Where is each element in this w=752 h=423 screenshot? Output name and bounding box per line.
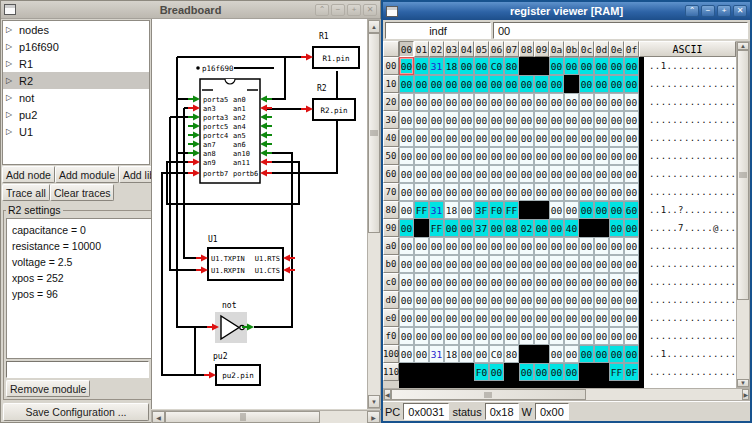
ram-cell-c0-8[interactable]: 00	[519, 273, 534, 291]
ram-cell-b0-15[interactable]: 00	[624, 255, 639, 273]
column-header-0e[interactable]: 0e	[609, 41, 624, 57]
ram-cell-90-1[interactable]	[414, 219, 429, 237]
column-header-04[interactable]: 04	[459, 41, 474, 57]
expander-icon[interactable]: ▷	[6, 110, 14, 119]
row-label[interactable]: 00	[383, 57, 399, 75]
ram-cell-a0-8[interactable]: 00	[519, 237, 534, 255]
ram-cell-110-3[interactable]	[444, 363, 459, 381]
ram-cell-50-9[interactable]: 00	[534, 147, 549, 165]
ram-cell-e0-13[interactable]: 00	[594, 309, 609, 327]
ram-cell-a0-4[interactable]: 00	[459, 237, 474, 255]
row-label[interactable]: 50	[383, 147, 399, 165]
ram-cell-30-0[interactable]: 00	[399, 111, 414, 129]
ram-cell-60-15[interactable]: 00	[624, 165, 639, 183]
ram-cell-00-13[interactable]: 00	[594, 57, 609, 75]
pin-label-portc5[interactable]: portc5	[203, 123, 228, 131]
shade-button[interactable]: ⌃	[685, 5, 699, 17]
ram-cell-90-4[interactable]: 00	[459, 219, 474, 237]
ram-cell-110-10[interactable]: 00	[549, 363, 564, 381]
ram-cell-110-4[interactable]	[459, 363, 474, 381]
pin-label-portb7[interactable]: portb7	[203, 170, 228, 178]
ram-cell-a0-14[interactable]: 00	[609, 237, 624, 255]
ram-cell-110-2[interactable]	[429, 363, 444, 381]
close-button[interactable]: ✕	[733, 5, 747, 17]
ram-cell-e0-5[interactable]: 00	[474, 309, 489, 327]
ram-cell-c0-12[interactable]: 00	[579, 273, 594, 291]
ram-cell-70-6[interactable]: 00	[489, 183, 504, 201]
ram-cell-f0-7[interactable]: 00	[504, 327, 519, 345]
ram-cell-60-8[interactable]: 00	[519, 165, 534, 183]
ram-cell-40-4[interactable]: 00	[459, 129, 474, 147]
ram-cell-f0-2[interactable]: 00	[429, 327, 444, 345]
row-label[interactable]: 10	[383, 75, 399, 93]
ram-cell-f0-8[interactable]: 00	[519, 327, 534, 345]
ram-cell-d0-4[interactable]: 00	[459, 291, 474, 309]
ram-cell-100-10[interactable]: 00	[549, 345, 564, 363]
row-label[interactable]: 70	[383, 183, 399, 201]
ram-cell-80-15[interactable]: 60	[624, 201, 639, 219]
ram-cell-30-3[interactable]: 00	[444, 111, 459, 129]
ram-cell-80-5[interactable]: 3F	[474, 201, 489, 219]
scroll-thumb[interactable]	[165, 411, 320, 423]
ram-cell-70-12[interactable]: 00	[579, 183, 594, 201]
ram-cell-40-6[interactable]: 00	[489, 129, 504, 147]
ram-cell-e0-15[interactable]: 00	[624, 309, 639, 327]
canvas-horizontal-scrollbar[interactable]: ◀ ▶	[151, 410, 381, 423]
ram-cell-90-7[interactable]: 08	[504, 219, 519, 237]
ram-cell-00-0[interactable]: 00	[399, 57, 414, 75]
ram-cell-40-9[interactable]: 00	[534, 129, 549, 147]
ram-cell-00-11[interactable]: 00	[564, 57, 579, 75]
ram-cell-b0-3[interactable]: 00	[444, 255, 459, 273]
ram-cell-110-9[interactable]: 00	[534, 363, 549, 381]
column-header-09[interactable]: 09	[534, 41, 549, 57]
module-tree[interactable]: ▷nodes▷p16f690▷R1▷R2▷not▷pu2▷U1	[2, 20, 150, 165]
ram-cell-20-3[interactable]: 00	[444, 93, 459, 111]
ram-cell-b0-4[interactable]: 00	[459, 255, 474, 273]
ram-cell-110-1[interactable]	[414, 363, 429, 381]
scroll-down-button[interactable]: ▼	[737, 379, 749, 387]
ram-cell-d0-8[interactable]: 00	[519, 291, 534, 309]
pin-label-an10[interactable]: an10	[233, 150, 250, 158]
ram-cell-00-1[interactable]: 00	[414, 57, 429, 75]
tree-item-pu2[interactable]: ▷pu2	[3, 106, 149, 123]
ram-cell-f0-15[interactable]: 00	[624, 327, 639, 345]
ram-cell-10-9[interactable]: 00	[534, 75, 549, 93]
ram-cell-10-7[interactable]: 00	[504, 75, 519, 93]
ram-cell-70-13[interactable]: 00	[594, 183, 609, 201]
ram-cell-100-6[interactable]: C0	[489, 345, 504, 363]
row-label[interactable]: d0	[383, 291, 399, 309]
row-label[interactable]: a0	[383, 237, 399, 255]
ram-cell-80-2[interactable]: 31	[429, 201, 444, 219]
ram-cell-c0-5[interactable]: 00	[474, 273, 489, 291]
column-header-05[interactable]: 05	[474, 41, 489, 57]
ram-cell-20-2[interactable]: 00	[429, 93, 444, 111]
ram-cell-40-10[interactable]: 00	[549, 129, 564, 147]
expander-icon[interactable]: ▷	[6, 127, 14, 136]
shade-button[interactable]: ⌃	[315, 4, 329, 16]
row-label[interactable]: e0	[383, 309, 399, 327]
scroll-down-button[interactable]: ▼	[368, 395, 380, 408]
ram-cell-20-7[interactable]: 00	[504, 93, 519, 111]
ram-cell-c0-6[interactable]: 00	[489, 273, 504, 291]
ram-cell-20-4[interactable]: 00	[459, 93, 474, 111]
ram-cell-80-7[interactable]: FF	[504, 201, 519, 219]
ram-cell-80-0[interactable]: 00	[399, 201, 414, 219]
ram-cell-f0-4[interactable]: 00	[459, 327, 474, 345]
ram-cell-50-2[interactable]: 00	[429, 147, 444, 165]
ram-cell-10-13[interactable]: 00	[594, 75, 609, 93]
ram-cell-100-14[interactable]: 00	[609, 345, 624, 363]
ram-cell-60-10[interactable]: 00	[549, 165, 564, 183]
tree-item-nodes[interactable]: ▷nodes	[3, 21, 149, 38]
ram-cell-70-4[interactable]: 00	[459, 183, 474, 201]
scroll-track[interactable]	[368, 233, 380, 395]
scroll-thumb[interactable]	[368, 33, 380, 233]
expander-icon[interactable]: ▷	[6, 42, 14, 51]
ram-cell-30-11[interactable]: 00	[564, 111, 579, 129]
ram-cell-40-3[interactable]: 00	[444, 129, 459, 147]
ram-cell-a0-9[interactable]: 00	[534, 237, 549, 255]
ram-cell-a0-3[interactable]: 00	[444, 237, 459, 255]
ram-cell-a0-6[interactable]: 00	[489, 237, 504, 255]
ram-cell-70-10[interactable]: 00	[549, 183, 564, 201]
tree-item-not[interactable]: ▷not	[3, 89, 149, 106]
ram-cell-f0-3[interactable]: 00	[444, 327, 459, 345]
